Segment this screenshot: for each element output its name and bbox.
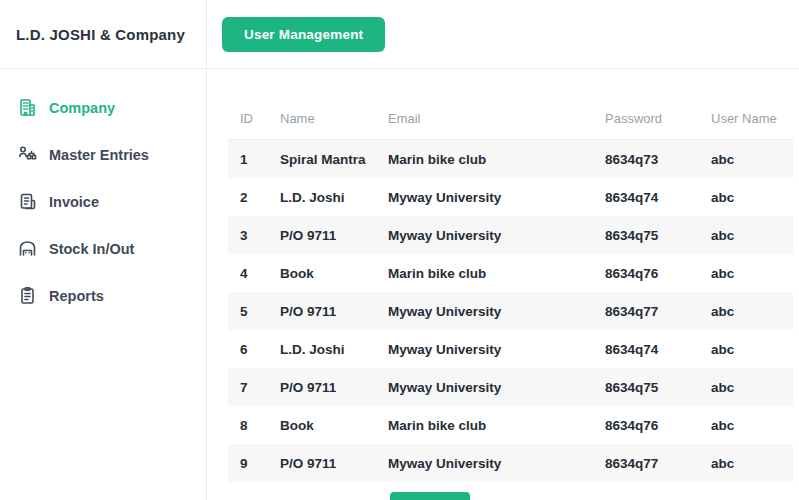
cell-password: 8634q73 <box>605 152 711 167</box>
user-table: IDNameEmailPasswordUser Name 1Spiral Man… <box>228 111 793 482</box>
cell-name: L.D. Joshi <box>280 190 388 205</box>
sidebar-item-stock-in-out[interactable]: Stock In/Out <box>0 225 206 272</box>
cell-name: P/O 9711 <box>280 456 388 471</box>
sidebar-item-master-entries[interactable]: Master Entries <box>0 131 206 178</box>
table-row[interactable]: 3P/O 9711Myway University8634q75abc <box>228 216 793 254</box>
cell-password: 8634q75 <box>605 380 711 395</box>
app-root: L.D. JOSHI & Company CompanyMaster Entri… <box>0 0 799 500</box>
sidebar-menu: CompanyMaster EntriesInvoiceStock In/Out… <box>0 69 206 319</box>
table-row[interactable]: 9P/O 9711Myway University8634q77abc <box>228 444 793 482</box>
cell-password: 8634q76 <box>605 266 711 281</box>
main-content: User Management IDNameEmailPasswordUser … <box>207 0 799 500</box>
clipboard-icon <box>17 285 38 306</box>
cell-name: Book <box>280 266 388 281</box>
sidebar-item-label: Company <box>49 100 115 116</box>
table-row[interactable]: 6L.D. JoshiMyway University8634q74abc <box>228 330 793 368</box>
user-management-button[interactable]: User Management <box>222 17 385 52</box>
cell-id: 8 <box>228 418 280 433</box>
cell-email: Marin bike club <box>388 152 605 167</box>
warehouse-icon <box>17 238 38 259</box>
invoice-icon <box>17 191 38 212</box>
cell-email: Myway University <box>388 228 605 243</box>
cell-user-name: abc <box>711 418 793 433</box>
topbar: User Management <box>207 0 799 69</box>
partial-scrolled-button[interactable] <box>390 492 470 500</box>
sidebar-item-invoice[interactable]: Invoice <box>0 178 206 225</box>
table-header-row: IDNameEmailPasswordUser Name <box>228 111 793 140</box>
cell-password: 8634q74 <box>605 190 711 205</box>
sidebar-item-label: Invoice <box>49 194 99 210</box>
cell-user-name: abc <box>711 152 793 167</box>
cell-user-name: abc <box>711 342 793 357</box>
cell-email: Myway University <box>388 456 605 471</box>
cell-id: 4 <box>228 266 280 281</box>
cell-user-name: abc <box>711 266 793 281</box>
column-header-password: Password <box>605 111 711 126</box>
column-header-email: Email <box>388 111 605 126</box>
table-row[interactable]: 1Spiral MantraMarin bike club8634q73abc <box>228 140 793 178</box>
cell-id: 1 <box>228 152 280 167</box>
sidebar-item-label: Master Entries <box>49 147 149 163</box>
cell-name: P/O 9711 <box>280 228 388 243</box>
cell-id: 5 <box>228 304 280 319</box>
cell-password: 8634q75 <box>605 228 711 243</box>
sidebar-item-reports[interactable]: Reports <box>0 272 206 319</box>
column-header-name: Name <box>280 111 388 126</box>
table-row[interactable]: 2L.D. JoshiMyway University8634q74abc <box>228 178 793 216</box>
column-header-user-name: User Name <box>711 111 793 126</box>
cell-id: 7 <box>228 380 280 395</box>
cell-user-name: abc <box>711 228 793 243</box>
table-body: 1Spiral MantraMarin bike club8634q73abc2… <box>228 140 793 482</box>
sidebar: L.D. JOSHI & Company CompanyMaster Entri… <box>0 0 207 500</box>
column-header-id: ID <box>228 111 280 126</box>
cell-email: Myway University <box>388 342 605 357</box>
cell-email: Marin bike club <box>388 266 605 281</box>
table-row[interactable]: 8BookMarin bike club8634q76abc <box>228 406 793 444</box>
cell-id: 6 <box>228 342 280 357</box>
cell-password: 8634q77 <box>605 456 711 471</box>
sidebar-item-label: Reports <box>49 288 104 304</box>
cell-password: 8634q74 <box>605 342 711 357</box>
cell-id: 9 <box>228 456 280 471</box>
cell-id: 2 <box>228 190 280 205</box>
cell-user-name: abc <box>711 304 793 319</box>
org-chart-icon <box>17 144 38 165</box>
table-row[interactable]: 7P/O 9711Myway University8634q75abc <box>228 368 793 406</box>
cell-password: 8634q77 <box>605 304 711 319</box>
cell-user-name: abc <box>711 190 793 205</box>
cell-name: L.D. Joshi <box>280 342 388 357</box>
cell-email: Myway University <box>388 190 605 205</box>
building-icon <box>17 97 38 118</box>
cell-name: Book <box>280 418 388 433</box>
cell-email: Myway University <box>388 380 605 395</box>
cell-name: P/O 9711 <box>280 380 388 395</box>
cell-user-name: abc <box>711 380 793 395</box>
cell-name: Spiral Mantra <box>280 152 388 167</box>
cell-id: 3 <box>228 228 280 243</box>
company-name: L.D. JOSHI & Company <box>0 0 206 69</box>
table-row[interactable]: 5P/O 9711Myway University8634q77abc <box>228 292 793 330</box>
table-row[interactable]: 4BookMarin bike club8634q76abc <box>228 254 793 292</box>
cell-user-name: abc <box>711 456 793 471</box>
cell-password: 8634q76 <box>605 418 711 433</box>
cell-name: P/O 9711 <box>280 304 388 319</box>
sidebar-item-label: Stock In/Out <box>49 241 134 257</box>
cell-email: Marin bike club <box>388 418 605 433</box>
cell-email: Myway University <box>388 304 605 319</box>
sidebar-item-company[interactable]: Company <box>0 84 206 131</box>
